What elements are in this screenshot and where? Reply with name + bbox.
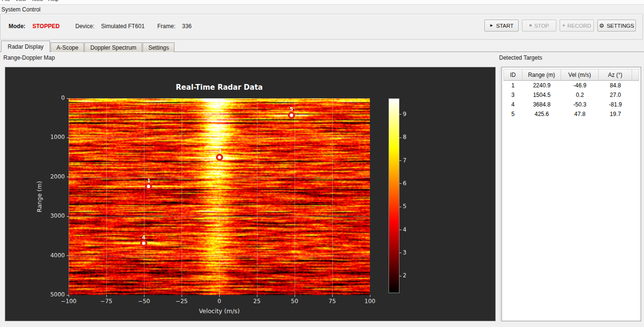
table-cell: 4 — [503, 100, 522, 109]
frame-value: 336 — [182, 23, 192, 30]
mode-label: Mode: — [9, 23, 25, 30]
tab-a-scope[interactable]: A-Scope — [51, 42, 84, 52]
x-tick-mark — [144, 295, 144, 297]
x-tick-label: −50 — [133, 298, 154, 305]
column-header[interactable]: Range (m) — [522, 69, 561, 81]
device-value: Simulated FT601 — [101, 23, 144, 30]
y-tick-mark — [67, 177, 69, 177]
record-icon: ● — [562, 23, 565, 28]
target-marker-5[interactable] — [288, 112, 295, 119]
mode-value: STOPPED — [32, 23, 60, 30]
colorbar-tick-mark — [399, 114, 401, 115]
stop-icon: ■ — [529, 23, 532, 28]
table-cell: -50.3 — [561, 100, 599, 109]
table-row[interactable]: 43684.8-50.3-81.9 — [503, 100, 639, 109]
y-tick-label: 5000 — [40, 291, 65, 298]
x-tick-label: 0 — [209, 298, 230, 305]
colorbar-tick-label: 2 — [403, 272, 407, 279]
button-label: START — [496, 23, 514, 29]
tab-settings[interactable]: Settings — [143, 42, 174, 52]
range-doppler-map-label: Range-Doppler Map — [3, 54, 55, 61]
x-tick-mark — [106, 295, 107, 297]
target-marker-4[interactable] — [140, 240, 147, 247]
table-cell: 5 — [503, 109, 522, 119]
y-tick-label: 2000 — [40, 173, 65, 180]
plot-title: Real-Time Radar Data — [69, 83, 370, 92]
y-tick-label: 0 — [40, 95, 65, 101]
table-cell: 3684.8 — [522, 100, 561, 109]
y-tick-mark — [67, 216, 69, 217]
column-header[interactable]: Az (°) — [599, 69, 632, 81]
x-tick-mark — [219, 295, 220, 297]
targets-header-row: IDRange (m)Vel (m/s)Az (°) — [503, 69, 639, 81]
button-label: STOP — [534, 23, 549, 29]
menu-file[interactable]: File — [1, 0, 10, 2]
colorbar-tick-label: 9 — [403, 111, 407, 117]
colorbar-tick-label: 7 — [403, 157, 407, 164]
range-doppler-heatmap[interactable] — [69, 98, 370, 295]
table-cell: 19.7 — [599, 109, 632, 119]
column-header[interactable]: Vel (m/s) — [561, 69, 599, 81]
table-cell: 1 — [503, 81, 522, 90]
device-label: Device: — [75, 23, 94, 30]
colorbar-tick-mark — [399, 276, 401, 276]
colorbar-tick-label: 3 — [403, 249, 407, 256]
y-tick-mark — [67, 137, 69, 138]
record-button[interactable]: ●RECORD — [560, 20, 594, 32]
menu-tools[interactable]: Tools — [31, 0, 44, 2]
detected-targets-label: Detected Targets — [499, 54, 542, 61]
table-cell: -46.9 — [561, 81, 599, 90]
table-cell: 2240.9 — [522, 81, 561, 90]
button-label: SETTINGS — [607, 23, 634, 29]
colorbar-tick-mark — [399, 230, 401, 230]
x-tick-label: −75 — [96, 298, 117, 305]
frame-label: Frame: — [157, 23, 175, 30]
x-tick-label: 100 — [359, 298, 380, 305]
colorbar-tick-mark — [399, 183, 401, 184]
x-tick-mark — [257, 295, 257, 297]
table-row[interactable]: 5425.647.819.7 — [503, 109, 639, 119]
x-tick-mark — [182, 295, 182, 297]
table-cell: 425.6 — [522, 109, 561, 119]
menu-bar: FileViewToolsHelp — [0, 0, 644, 5]
stop-button[interactable]: ■STOP — [522, 20, 556, 32]
tab-bar: Radar DisplayA-ScopeDoppler SpectrumSett… — [1, 41, 175, 52]
colorbar-tick-label: 5 — [403, 203, 407, 210]
start-button[interactable]: ►START — [484, 20, 519, 32]
x-tick-mark — [370, 295, 370, 297]
table-cell: 27.0 — [599, 90, 632, 100]
table-row[interactable]: 31504.50.227.0 — [503, 90, 639, 100]
menu-help[interactable]: Help — [48, 0, 59, 2]
x-tick-label: 75 — [322, 298, 343, 305]
tab-radar-display[interactable]: Radar Display — [1, 41, 50, 52]
button-label: RECORD — [567, 23, 591, 29]
table-cell: -81.9 — [599, 100, 632, 109]
table-cell: 1504.5 — [522, 90, 561, 100]
target-marker-label: 4 — [142, 235, 145, 240]
colorbar-tick-label: 8 — [403, 134, 407, 140]
column-header[interactable]: ID — [503, 69, 522, 81]
menu-bar-items: FileViewToolsHelp — [1, 0, 59, 2]
menu-view[interactable]: View — [15, 0, 27, 2]
x-tick-label: −25 — [171, 298, 192, 305]
colorbar-tick-mark — [399, 160, 401, 161]
colorbar — [388, 98, 399, 293]
x-tick-label: 50 — [284, 298, 305, 305]
table-cell: 0.2 — [561, 90, 599, 100]
play-icon: ► — [490, 23, 494, 28]
table-cell: 84.8 — [599, 81, 632, 90]
table-cell: 47.8 — [561, 109, 599, 119]
colorbar-tick-label: 6 — [403, 180, 407, 187]
x-tick-mark — [332, 295, 333, 297]
table-row[interactable]: 12240.9-46.984.8 — [503, 81, 639, 90]
table-cell: 3 — [503, 90, 522, 100]
panel-splitter[interactable] — [497, 67, 501, 321]
x-tick-label: 25 — [246, 298, 267, 305]
control-buttons: ►START■STOP●RECORD⚙SETTINGS — [484, 20, 636, 32]
y-tick-mark — [67, 255, 69, 256]
colorbar-tick-mark — [399, 253, 401, 253]
settings-button[interactable]: ⚙SETTINGS — [597, 20, 636, 32]
y-tick-label: 1000 — [40, 134, 65, 140]
tab-doppler-spectrum[interactable]: Doppler Spectrum — [84, 42, 142, 52]
colorbar-tick-mark — [399, 207, 401, 207]
